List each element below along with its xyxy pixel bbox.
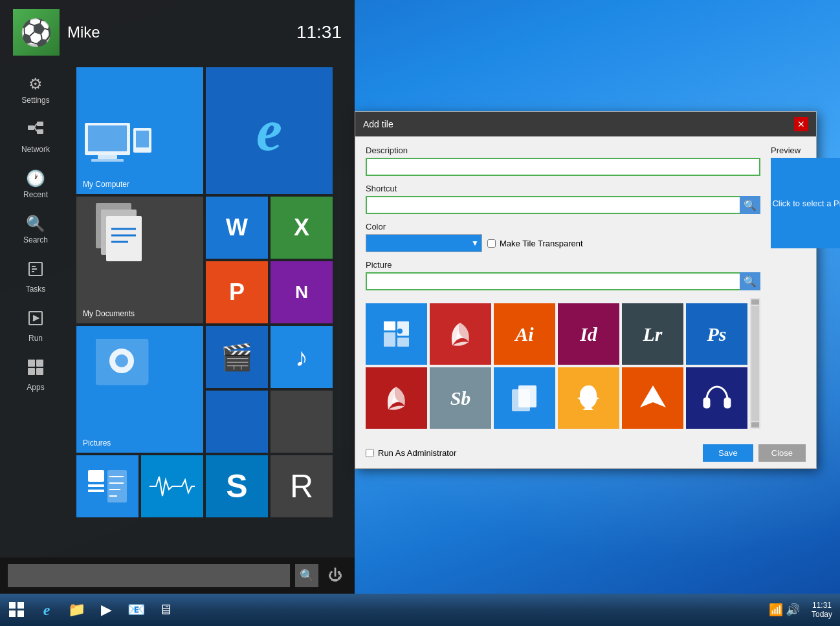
- video-icon: 🎬: [221, 342, 253, 372]
- tile-powerpoint[interactable]: P: [206, 261, 268, 323]
- tile-blank-1[interactable]: [206, 391, 268, 453]
- shortcut-browse-button[interactable]: 🔍: [740, 196, 760, 214]
- preview-box[interactable]: Click to select a Picture: [771, 158, 840, 248]
- tasks-icon: [27, 260, 45, 282]
- tile-video[interactable]: 🎬: [206, 326, 268, 388]
- tile-my-documents[interactable]: My Documents: [76, 197, 203, 323]
- color-select[interactable]: ▼: [366, 234, 482, 252]
- color-group: Color ▼ Make Tile Transparent: [366, 222, 760, 252]
- description-input[interactable]: [366, 158, 760, 176]
- my-computer-label: My Computer: [83, 180, 129, 189]
- tiles-area: My Computer e My Docum: [71, 62, 355, 557]
- admin-checkbox[interactable]: [366, 449, 374, 457]
- icon-tile-soundbooth[interactable]: Sb: [430, 367, 491, 429]
- taskbar-network-icon: 🖥: [159, 601, 173, 618]
- skype-icon: S: [226, 468, 247, 505]
- icon-tile-acrobat[interactable]: [430, 303, 491, 365]
- shortcut-label: Shortcut: [366, 184, 760, 193]
- icon-tile-indesign[interactable]: Id: [558, 303, 619, 365]
- admin-row: Run As Administrator: [366, 448, 456, 458]
- user-info: ⚽ Mike: [13, 9, 100, 56]
- svg-rect-15: [88, 125, 127, 151]
- soundbooth-symbol: Sb: [450, 387, 471, 409]
- svg-point-28: [115, 354, 128, 367]
- scrollbar-down-arrow[interactable]: [751, 422, 759, 427]
- tile-excel[interactable]: X: [271, 197, 333, 259]
- power-button[interactable]: ⏻: [324, 564, 347, 587]
- sidebar-item-network[interactable]: Network: [0, 114, 71, 160]
- sidebar-item-tasks[interactable]: Tasks: [0, 254, 71, 300]
- icon-tile-headphone[interactable]: [686, 367, 747, 429]
- apps-icon: [27, 358, 45, 380]
- svg-rect-19: [136, 131, 149, 147]
- tile-music[interactable]: ♪: [271, 326, 333, 388]
- preview-label: Preview: [771, 146, 840, 155]
- taskbar-item-network-tb[interactable]: 🖥: [151, 596, 180, 624]
- taskbar-item-outlook[interactable]: 📧: [122, 596, 150, 624]
- shortcut-input[interactable]: [366, 196, 740, 214]
- icon-tile-illustrator[interactable]: Ai: [494, 303, 555, 365]
- picture-browse-button[interactable]: 🔍: [740, 272, 760, 290]
- tile-row-3: Pictures 🎬 ♪: [76, 326, 349, 453]
- tray-volume-icon: 🔊: [786, 603, 800, 617]
- tile-reddot[interactable]: R: [271, 455, 333, 517]
- illustrator-symbol: Ai: [515, 323, 533, 345]
- tile-onenote[interactable]: N: [271, 261, 333, 323]
- excel-letter: X: [294, 214, 309, 241]
- close-button[interactable]: Close: [758, 444, 806, 462]
- sidebar-item-run[interactable]: Run: [0, 303, 71, 349]
- taskbar-item-explorer[interactable]: 📁: [62, 596, 91, 624]
- dialog-body: Description Shortcut 🔍 Color: [355, 136, 816, 438]
- taskbar-date: Today: [812, 610, 832, 619]
- dialog-titlebar: Add tile ✕: [355, 112, 816, 136]
- icon-section: Ai Id Lr Ps: [366, 298, 760, 429]
- picture-row: 🔍: [366, 272, 760, 290]
- taskbar-time: 11:31: [812, 601, 832, 610]
- tile-health[interactable]: [141, 455, 203, 517]
- sidebar-item-recent[interactable]: 🕐 Recent: [0, 163, 71, 206]
- taskbar-ie-icon: e: [43, 601, 50, 619]
- tile-word[interactable]: W: [206, 197, 268, 259]
- start-button[interactable]: [3, 596, 31, 624]
- start-search-button[interactable]: 🔍: [295, 564, 318, 587]
- icon-tile-settings[interactable]: [366, 303, 427, 365]
- svg-rect-46: [725, 398, 730, 407]
- svg-rect-10: [28, 360, 35, 367]
- search-icon: 🔍: [26, 215, 45, 233]
- taskbar-item-ie[interactable]: e: [32, 596, 61, 624]
- sidebar-item-search[interactable]: 🔍 Search: [0, 208, 71, 251]
- transparent-label: Make Tile Transparent: [500, 239, 583, 248]
- tile-ie[interactable]: e: [206, 67, 333, 194]
- sidebar-item-apps[interactable]: Apps: [0, 352, 71, 398]
- photoshop-symbol: Ps: [707, 323, 727, 345]
- run-icon: [27, 309, 45, 331]
- dialog-form: Description Shortcut 🔍 Color: [366, 146, 760, 429]
- user-avatar[interactable]: ⚽: [13, 9, 60, 56]
- save-button[interactable]: Save: [703, 444, 753, 462]
- icon-tile-acrobat2[interactable]: [366, 367, 427, 429]
- tile-tasks-small[interactable]: [76, 455, 138, 517]
- reddot-icon: R: [290, 468, 313, 505]
- icon-scrollbar[interactable]: [750, 298, 760, 429]
- taskbar-item-media[interactable]: ▶: [92, 596, 120, 624]
- svg-rect-11: [36, 360, 43, 367]
- icon-tile-snapchat[interactable]: [558, 367, 619, 429]
- scrollbar-up-arrow[interactable]: [751, 299, 759, 305]
- icon-tile-photoshop[interactable]: Ps: [686, 303, 747, 365]
- icon-tile-copyfiles[interactable]: [494, 367, 555, 429]
- start-search-input[interactable]: [8, 564, 290, 587]
- transparent-checkbox[interactable]: [487, 239, 496, 248]
- svg-line-3: [34, 124, 37, 127]
- admin-label: Run As Administrator: [378, 448, 456, 458]
- tile-my-computer[interactable]: My Computer: [76, 67, 203, 194]
- icon-tile-lightroom[interactable]: Lr: [622, 303, 683, 365]
- picture-input[interactable]: [366, 272, 740, 290]
- icon-tile-arrow[interactable]: [622, 367, 683, 429]
- sidebar-item-settings[interactable]: ⚙ Settings: [0, 69, 71, 111]
- tile-skype[interactable]: S: [206, 455, 268, 517]
- tile-pictures[interactable]: Pictures: [76, 326, 203, 453]
- tile-blank-2[interactable]: [271, 391, 333, 453]
- ppt-letter: P: [229, 279, 245, 306]
- taskbar-outlook-icon: 📧: [127, 601, 145, 618]
- dialog-close-button[interactable]: ✕: [794, 117, 808, 131]
